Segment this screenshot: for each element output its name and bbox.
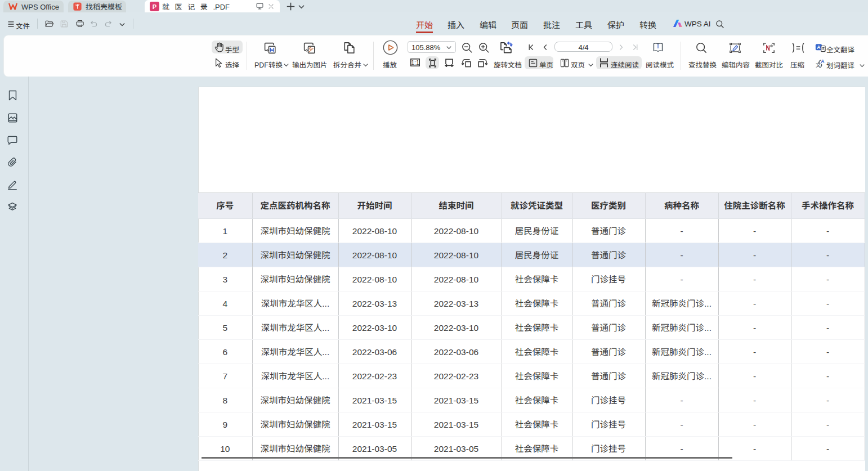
svg-text:P: P: [153, 3, 156, 10]
svg-text:A: A: [821, 59, 824, 64]
svg-text:1:1: 1:1: [411, 59, 419, 66]
svg-text:A: A: [817, 44, 820, 50]
